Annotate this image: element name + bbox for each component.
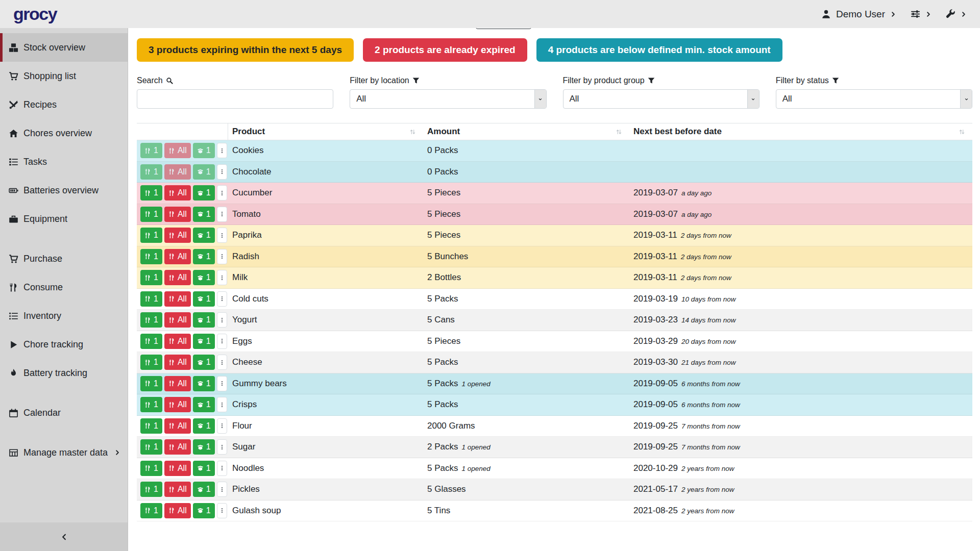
open-one-button[interactable]: 1: [193, 270, 215, 285]
consume-all-button[interactable]: All: [164, 439, 191, 455]
open-one-button[interactable]: 1: [193, 207, 215, 222]
sidebar-collapse-button[interactable]: [0, 522, 128, 551]
open-one-button[interactable]: 1: [193, 312, 215, 328]
row-menu-button[interactable]: [217, 312, 227, 328]
open-one-button[interactable]: 1: [193, 249, 215, 264]
row-menu-button[interactable]: [217, 185, 227, 201]
consume-all-button[interactable]: All: [164, 185, 191, 201]
open-one-button[interactable]: 1: [193, 461, 215, 476]
sidebar-item-inventory[interactable]: Inventory: [0, 302, 128, 330]
consume-all-button[interactable]: All: [164, 376, 191, 391]
open-one-button[interactable]: 1: [193, 334, 215, 349]
consume-one-button[interactable]: 1: [140, 461, 162, 476]
row-menu-button[interactable]: [217, 143, 227, 158]
sidebar-item-purchase[interactable]: Purchase: [0, 244, 128, 273]
consume-one-button[interactable]: 1: [140, 270, 162, 285]
open-one-button[interactable]: 1: [193, 291, 215, 307]
consume-all-button[interactable]: All: [164, 164, 191, 180]
product-group-filter-select[interactable]: All: [563, 89, 760, 109]
row-menu-button[interactable]: [217, 397, 227, 412]
consume-all-button[interactable]: All: [164, 228, 191, 243]
row-menu-button[interactable]: [217, 503, 227, 518]
consume-one-button[interactable]: 1: [140, 376, 162, 391]
row-menu-button[interactable]: [217, 270, 227, 285]
consume-all-button[interactable]: All: [164, 334, 191, 349]
consume-one-button[interactable]: 1: [140, 439, 162, 455]
consume-all-button[interactable]: All: [164, 397, 191, 412]
consume-all-button[interactable]: All: [164, 207, 191, 222]
consume-one-button[interactable]: 1: [140, 228, 162, 243]
admin-menu[interactable]: [946, 9, 967, 19]
sidebar-item-battery-tracking[interactable]: Battery tracking: [0, 359, 128, 387]
sidebar-item-calendar[interactable]: Calendar: [0, 398, 128, 427]
open-one-button[interactable]: 1: [193, 418, 215, 434]
open-one-button[interactable]: 1: [193, 355, 215, 370]
product-column-header[interactable]: Product: [228, 123, 423, 140]
consume-one-button[interactable]: 1: [140, 164, 162, 180]
row-menu-button[interactable]: [217, 334, 227, 349]
consume-all-button[interactable]: All: [164, 355, 191, 370]
open-one-button[interactable]: 1: [193, 143, 215, 158]
status-filter-select[interactable]: All: [776, 89, 972, 109]
open-one-button[interactable]: 1: [193, 503, 215, 518]
sidebar-item-tasks[interactable]: Tasks: [0, 147, 128, 176]
status-badge-danger[interactable]: 2 products are already expired: [363, 38, 527, 62]
row-menu-button[interactable]: [217, 461, 227, 476]
consume-one-button[interactable]: 1: [140, 291, 162, 307]
consume-one-button[interactable]: 1: [140, 207, 162, 222]
consume-one-button[interactable]: 1: [140, 334, 162, 349]
sidebar-item-stock-overview[interactable]: Stock overview: [0, 33, 128, 62]
row-menu-button[interactable]: [217, 355, 227, 370]
sidebar-item-batteries-overview[interactable]: Batteries overview: [0, 176, 128, 205]
sidebar-item-equipment[interactable]: Equipment: [0, 205, 128, 233]
row-menu-button[interactable]: [217, 207, 227, 222]
row-menu-button[interactable]: [217, 482, 227, 497]
open-one-button[interactable]: 1: [193, 439, 215, 455]
sidebar-item-chore-tracking[interactable]: Chore tracking: [0, 330, 128, 359]
search-input[interactable]: [137, 89, 333, 109]
consume-all-button[interactable]: All: [164, 503, 191, 518]
status-badge-info[interactable]: 4 products are below defined min. stock …: [536, 38, 782, 62]
consume-all-button[interactable]: All: [164, 249, 191, 264]
best-before-column-header[interactable]: Next best before date: [629, 123, 972, 140]
row-menu-button[interactable]: [217, 376, 227, 391]
sidebar-item-consume[interactable]: Consume: [0, 273, 128, 302]
user-menu[interactable]: Demo User: [821, 9, 896, 20]
consume-all-button[interactable]: All: [164, 461, 191, 476]
consume-all-button[interactable]: All: [164, 482, 191, 497]
consume-one-button[interactable]: 1: [140, 355, 162, 370]
row-menu-button[interactable]: [217, 291, 227, 307]
open-one-button[interactable]: 1: [193, 164, 215, 180]
status-badge-warning[interactable]: 3 products expiring within the next 5 da…: [137, 38, 354, 62]
amount-column-header[interactable]: Amount: [423, 123, 629, 140]
row-menu-button[interactable]: [217, 418, 227, 434]
settings-menu[interactable]: [911, 9, 932, 19]
row-menu-button[interactable]: [217, 439, 227, 455]
open-one-button[interactable]: 1: [193, 482, 215, 497]
consume-one-button[interactable]: 1: [140, 397, 162, 412]
open-one-button[interactable]: 1: [193, 185, 215, 201]
row-menu-button[interactable]: [217, 249, 227, 264]
location-filter-select[interactable]: All: [350, 89, 546, 109]
consume-one-button[interactable]: 1: [140, 482, 162, 497]
sidebar-item-manage-master-data[interactable]: Manage master data: [0, 438, 128, 467]
consume-all-button[interactable]: All: [164, 418, 191, 434]
consume-one-button[interactable]: 1: [140, 249, 162, 264]
consume-all-button[interactable]: All: [164, 312, 191, 328]
sidebar-item-shopping-list[interactable]: Shopping list: [0, 62, 128, 90]
app-logo[interactable]: grocy: [13, 4, 57, 24]
open-one-button[interactable]: 1: [193, 376, 215, 391]
consume-one-button[interactable]: 1: [140, 143, 162, 158]
consume-one-button[interactable]: 1: [140, 418, 162, 434]
consume-one-button[interactable]: 1: [140, 312, 162, 328]
open-one-button[interactable]: 1: [193, 397, 215, 412]
consume-one-button[interactable]: 1: [140, 185, 162, 201]
consume-all-button[interactable]: All: [164, 270, 191, 285]
row-menu-button[interactable]: [217, 164, 227, 180]
sidebar-item-recipes[interactable]: Recipes: [0, 90, 128, 119]
row-menu-button[interactable]: [217, 228, 227, 243]
open-one-button[interactable]: 1: [193, 228, 215, 243]
consume-one-button[interactable]: 1: [140, 503, 162, 518]
consume-all-button[interactable]: All: [164, 291, 191, 307]
sidebar-item-chores-overview[interactable]: Chores overview: [0, 119, 128, 147]
